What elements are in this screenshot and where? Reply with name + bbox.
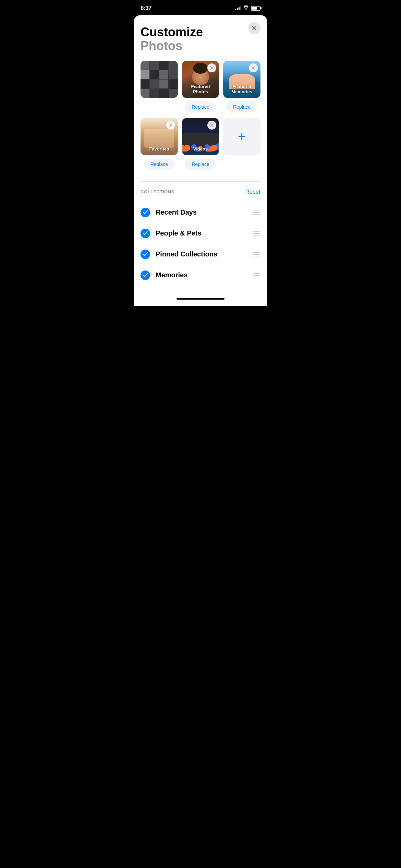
photo-thumb-collage[interactable] (141, 61, 178, 98)
photo-item-add: + (223, 118, 260, 171)
collection-item-recent-days[interactable]: Recent Days (141, 202, 260, 223)
status-time: 8:37 (141, 5, 151, 12)
photos-grid-row2: Favorites Replace Videos Replace + (141, 118, 260, 171)
photo-item-favorites: Favorites Replace (141, 118, 178, 171)
remove-featured-memories-button[interactable] (249, 63, 258, 72)
signal-icon (235, 6, 241, 10)
collection-item-people-pets[interactable]: People & Pets (141, 223, 260, 244)
photo-thumb-favorites[interactable]: Favorites (141, 118, 178, 155)
photo-thumb-featured-memories[interactable]: FeaturedMemories (223, 61, 260, 98)
check-people-pets[interactable] (141, 229, 150, 238)
drag-handle-pinned[interactable] (253, 252, 260, 256)
photo-item-featured-memories: FeaturedMemories Replace (223, 61, 260, 114)
wifi-icon (243, 5, 249, 11)
replace-videos-button[interactable]: Replace (185, 159, 216, 170)
drag-handle-people-pets[interactable] (253, 231, 260, 236)
collection-name-recent-days: Recent Days (156, 208, 197, 216)
replace-featured-memories-button[interactable]: Replace (226, 101, 257, 112)
photo-item-collage (141, 61, 178, 114)
collections-header: COLLECTIONS Reset (141, 189, 260, 195)
reset-button[interactable]: Reset (245, 189, 260, 195)
drag-handle-memories[interactable] (253, 273, 260, 277)
collection-item-memories[interactable]: Memories (141, 265, 260, 286)
favorites-label: Favorites (141, 146, 178, 152)
check-recent-days[interactable] (141, 208, 150, 217)
collection-item-pinned[interactable]: Pinned Collections (141, 244, 260, 265)
page-title: Customize (141, 25, 260, 39)
collection-name-pinned: Pinned Collections (156, 250, 217, 258)
page-subtitle: Photos (141, 39, 260, 53)
photo-item-videos: Videos Replace (182, 118, 219, 171)
collection-name-people-pets: People & Pets (156, 229, 201, 237)
replace-featured-photos-button[interactable]: Replace (185, 101, 216, 112)
featured-memories-label: FeaturedMemories (223, 84, 260, 95)
photo-thumb-featured-photos[interactable]: FeaturedPhotos (182, 61, 219, 98)
bottom-safe-area (134, 292, 267, 306)
add-photo-button[interactable]: + (223, 118, 260, 155)
status-icons (235, 5, 260, 11)
videos-label: Videos (182, 146, 219, 152)
drag-handle-recent-days[interactable] (253, 210, 260, 215)
collections-title: COLLECTIONS (141, 189, 174, 194)
collection-name-memories: Memories (156, 271, 187, 279)
status-bar: 8:37 (134, 0, 267, 15)
featured-photos-label: FeaturedPhotos (182, 84, 219, 95)
check-pinned[interactable] (141, 250, 150, 259)
home-indicator (177, 298, 224, 300)
replace-favorites-button[interactable]: Replace (144, 159, 175, 170)
section-divider (141, 181, 260, 182)
battery-icon (251, 6, 260, 11)
customize-modal: Customize Photos (134, 15, 267, 292)
remove-videos-button[interactable] (207, 121, 216, 130)
photo-thumb-videos[interactable]: Videos (182, 118, 219, 155)
close-button[interactable] (248, 22, 260, 34)
photos-grid-row1: FeaturedPhotos Replace FeaturedMemories … (141, 61, 260, 114)
remove-favorites-button[interactable] (166, 121, 175, 130)
check-memories[interactable] (141, 270, 150, 280)
photo-item-featured-photos: FeaturedPhotos Replace (182, 61, 219, 114)
